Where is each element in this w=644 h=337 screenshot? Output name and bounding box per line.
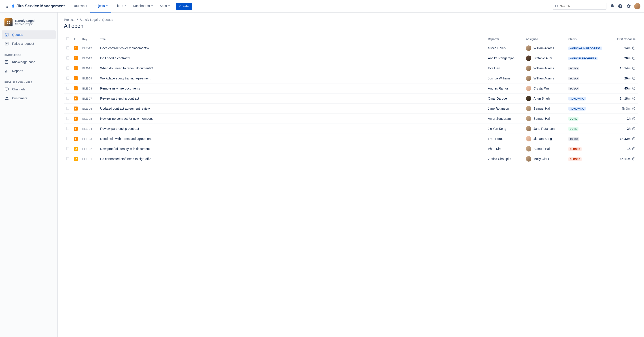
issue-key[interactable]: BLE-04 xyxy=(82,127,92,130)
row-checkbox[interactable] xyxy=(66,77,69,80)
row-checkbox[interactable] xyxy=(66,46,69,50)
issue-key[interactable]: BLE-12 xyxy=(82,57,92,60)
col-status[interactable]: Status xyxy=(566,35,609,43)
assignee-cell[interactable]: Samuel Hall xyxy=(526,146,564,152)
notifications-icon[interactable] xyxy=(609,3,616,10)
col-reporter[interactable]: Reporter xyxy=(486,35,524,43)
col-assignee[interactable]: Assignee xyxy=(524,35,566,43)
table-row[interactable]: ? BLE-08 Remote new hire documents Andre… xyxy=(64,84,638,94)
row-checkbox[interactable] xyxy=(66,157,69,160)
issue-key[interactable]: BLE-11 xyxy=(82,67,92,70)
breadcrumb-project[interactable]: Bancly Legal xyxy=(80,18,98,22)
row-checkbox[interactable] xyxy=(66,67,69,70)
row-checkbox[interactable] xyxy=(66,127,69,130)
issue-key[interactable]: BLE-02 xyxy=(82,147,92,151)
table-row[interactable]: BLE-03 Need help with terms and agreemen… xyxy=(64,134,638,144)
sidebar-item-queues[interactable]: Queues xyxy=(2,31,56,39)
sidebar-item-knowledge-base[interactable]: Knowledge base xyxy=(2,58,56,66)
col-type[interactable]: T xyxy=(72,35,80,43)
status-badge[interactable]: TO DO xyxy=(568,67,579,70)
status-badge[interactable]: REVIEWING xyxy=(568,107,586,111)
assignee-cell[interactable]: Crystal Wu xyxy=(526,86,564,91)
table-row[interactable]: BLE-04 Review partnership contract Jie Y… xyxy=(64,124,638,134)
row-checkbox[interactable] xyxy=(66,107,69,110)
issue-key[interactable]: BLE-03 xyxy=(82,137,92,141)
assignee-cell[interactable]: William Adams xyxy=(526,46,564,51)
table-row[interactable]: ? BLE-09 Workplace equity traning agreem… xyxy=(64,73,638,84)
status-badge[interactable]: TO DO xyxy=(568,87,579,90)
settings-icon[interactable] xyxy=(625,3,632,10)
breadcrumb-projects[interactable]: Projects xyxy=(64,18,75,22)
breadcrumb-queues[interactable]: Queues xyxy=(102,18,113,22)
sidebar-item-raise-request[interactable]: Raise a request xyxy=(2,39,56,48)
table-row[interactable]: BLE-07 Review partnership contract Omar … xyxy=(64,94,638,104)
create-button[interactable]: Create xyxy=(176,3,192,10)
issue-title[interactable]: Review partnership contract xyxy=(100,127,139,130)
issue-key[interactable]: BLE-05 xyxy=(82,117,92,120)
status-badge[interactable]: REVIEWING xyxy=(568,97,586,101)
issue-title[interactable]: New online contract for new members xyxy=(100,117,153,120)
status-badge[interactable]: DONE xyxy=(568,117,578,121)
row-checkbox[interactable] xyxy=(66,117,69,120)
table-row[interactable]: BLE-01 Do contracted staff need to sign-… xyxy=(64,154,638,164)
issue-key[interactable]: BLE-06 xyxy=(82,107,92,110)
issue-title[interactable]: Do I need a contract? xyxy=(100,56,130,60)
col-first-response[interactable]: First response xyxy=(609,35,638,43)
search-input[interactable] xyxy=(560,5,604,8)
issue-title[interactable]: New proof of identity with documents xyxy=(100,147,152,151)
issue-title[interactable]: Do contracted staff need to sign-off? xyxy=(100,157,150,161)
table-row[interactable]: BLE-02 New proof of identity with docume… xyxy=(64,144,638,154)
status-badge[interactable]: WORKING IN PROGRESS xyxy=(568,47,602,50)
select-all-checkbox[interactable] xyxy=(66,37,69,40)
help-icon[interactable]: ? xyxy=(617,3,624,10)
sidebar-item-reports[interactable]: Reports xyxy=(2,67,56,75)
issue-key[interactable]: BLE-01 xyxy=(82,157,92,161)
row-checkbox[interactable] xyxy=(66,87,69,90)
row-checkbox[interactable] xyxy=(66,97,69,100)
issue-title[interactable]: Review partnership contract xyxy=(100,97,139,100)
issue-key[interactable]: BLE-09 xyxy=(82,77,92,80)
status-badge[interactable]: TO DO xyxy=(568,77,579,80)
assignee-cell[interactable]: Samuel Hall xyxy=(526,116,564,121)
assignee-cell[interactable]: William Adams xyxy=(526,66,564,71)
project-header[interactable]: Bancly Legal Service Project xyxy=(2,17,56,31)
nav-dashboards[interactable]: Dashboards xyxy=(130,0,157,13)
issue-key[interactable]: BLE-07 xyxy=(82,97,92,100)
nav-filters[interactable]: Filters xyxy=(111,0,130,13)
assignee-cell[interactable]: Stefanie Auer xyxy=(526,56,564,61)
issue-title[interactable]: Updated contract agreement review xyxy=(100,107,150,110)
issue-title[interactable]: Does contract cover replacements? xyxy=(100,46,149,50)
nav-projects[interactable]: Projects xyxy=(90,0,112,13)
nav-apps[interactable]: Apps xyxy=(156,0,174,13)
status-badge[interactable]: CLOSED xyxy=(568,157,582,161)
assignee-cell[interactable]: William Adams xyxy=(526,76,564,81)
assignee-cell[interactable]: Molly Clark xyxy=(526,156,564,162)
assignee-cell[interactable]: Arjun Singh xyxy=(526,96,564,101)
status-badge[interactable]: DONE xyxy=(568,127,578,131)
assignee-cell[interactable]: Jie Yan Song xyxy=(526,136,564,141)
issue-key[interactable]: BLE-08 xyxy=(82,87,92,90)
col-key[interactable]: Key xyxy=(80,35,98,43)
row-checkbox[interactable] xyxy=(66,137,69,140)
assignee-cell[interactable]: Samuel Hall xyxy=(526,106,564,111)
issue-title[interactable]: Workplace equity traning agreement xyxy=(100,77,150,80)
table-row[interactable]: ? BLE-11 When do I need to renew documen… xyxy=(64,63,638,73)
table-row[interactable]: ? BLE-12 Do I need a contract? Annika Ra… xyxy=(64,53,638,63)
product-logo[interactable]: Jira Service Management xyxy=(11,4,65,9)
sidebar-item-channels[interactable]: Channels xyxy=(2,85,56,94)
assignee-cell[interactable]: Jane Rotanson xyxy=(526,126,564,131)
issue-key[interactable]: BLE-12 xyxy=(82,47,92,50)
issue-title[interactable]: When do I need to renew documents? xyxy=(100,67,153,70)
user-avatar[interactable] xyxy=(634,3,640,10)
col-title[interactable]: Title xyxy=(98,35,486,43)
table-row[interactable]: BLE-06 Updated contract agreement review… xyxy=(64,104,638,114)
search-box[interactable] xyxy=(553,3,606,10)
issue-title[interactable]: Need help with terms and agreement xyxy=(100,137,152,141)
issue-title[interactable]: Remote new hire documents xyxy=(100,87,140,90)
row-checkbox[interactable] xyxy=(66,147,69,150)
row-checkbox[interactable] xyxy=(66,56,69,60)
app-switcher-icon[interactable] xyxy=(4,4,9,9)
table-row[interactable]: ? BLE-12 Does contract cover replacement… xyxy=(64,43,638,53)
table-row[interactable]: BLE-05 New online contract for new membe… xyxy=(64,114,638,124)
sidebar-item-customers[interactable]: Customers xyxy=(2,94,56,103)
